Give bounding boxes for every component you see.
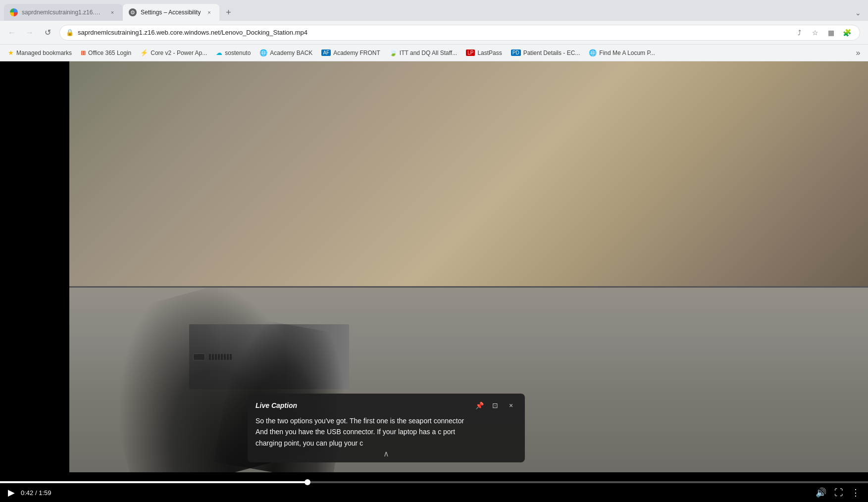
tab-bar-right: ⌄: [852, 7, 864, 21]
bookmark-academy-front-label: Academy FRONT: [333, 50, 380, 56]
live-caption-box: Live Caption 📌 ⊡ × So the two options yo…: [248, 394, 525, 462]
video-progress-bar[interactable]: [0, 481, 868, 483]
bookmark-academy-front-icon: AF: [321, 50, 331, 56]
site-favicon: [10, 8, 18, 16]
bookmarks-bar: ★ Managed bookmarks ⊞ Office 365 Login ⚡…: [0, 45, 868, 61]
tab-settings-title: Settings – Accessibility: [141, 9, 201, 16]
lock-icon: 🔒: [66, 29, 74, 36]
reload-button[interactable]: ↺: [40, 25, 55, 41]
back-button[interactable]: ←: [4, 25, 20, 41]
bookmark-sostenuto-icon: ☁: [216, 49, 222, 56]
tab-list-button[interactable]: ⌄: [852, 7, 864, 19]
settings-favicon: ⚙: [129, 8, 137, 16]
bookmarks-more-button[interactable]: »: [852, 47, 864, 59]
live-caption-controls: 📌 ⊡ ×: [473, 400, 517, 411]
play-button[interactable]: ▶: [8, 487, 15, 498]
current-time: 0:42: [21, 489, 33, 497]
bookmark-findme[interactable]: 🌐 Find Me A Locum P...: [585, 47, 659, 59]
bookmark-sostenuto[interactable]: ☁ sostenuto: [212, 47, 255, 59]
live-caption-expand-button[interactable]: ⊡: [489, 400, 501, 411]
controls-right: 🔊 ⛶ ⋮: [816, 487, 860, 498]
bookmark-patient-icon: PD: [511, 50, 521, 56]
live-caption-title: Live Caption: [255, 402, 297, 409]
live-caption-line-2: And then you have the USB connector. If …: [255, 428, 455, 436]
video-container[interactable]: Live Caption 📌 ⊡ × So the two options yo…: [0, 61, 868, 502]
address-text: saprdnemlcsutraining1.z16.web.core.windo…: [78, 29, 788, 36]
bookmark-itt[interactable]: 🍃 ITT and DQ All Staff...: [385, 47, 461, 59]
nav-bar: ← → ↺ 🔒 saprdnemlcsutraining1.z16.web.co…: [0, 21, 868, 45]
bookmark-patient[interactable]: PD Patient Details - EC...: [507, 47, 584, 59]
tab-video-title: saprdnemlcsutraining1.z16.web...: [22, 9, 104, 16]
address-bar[interactable]: 🔒 saprdnemlcsutraining1.z16.web.core.win…: [59, 25, 860, 41]
bookmark-lastpass[interactable]: LP LastPass: [462, 47, 506, 59]
address-actions: ⤴ ☆ ▦ 🧩: [792, 26, 854, 40]
bookmark-itt-icon: 🍃: [389, 49, 397, 56]
tab-video[interactable]: saprdnemlcsutraining1.z16.web... ×: [4, 4, 123, 21]
qr-button[interactable]: ▦: [824, 26, 838, 40]
bookmark-itt-label: ITT and DQ All Staff...: [400, 50, 457, 56]
bookmark-academy-back-label: Academy BACK: [270, 50, 312, 56]
tab-settings-close[interactable]: ×: [204, 8, 213, 17]
extension-button[interactable]: 🧩: [840, 26, 854, 40]
bookmark-academy-back-icon: 🌐: [259, 49, 267, 56]
bookmark-findme-icon: 🌐: [589, 49, 597, 56]
bookmark-button[interactable]: ☆: [808, 26, 822, 40]
browser-frame: saprdnemlcsutraining1.z16.web... × ⚙ Set…: [0, 0, 868, 502]
bookmark-findme-label: Find Me A Locum P...: [599, 50, 655, 56]
bookmark-lastpass-label: LastPass: [477, 50, 502, 56]
fullscreen-button[interactable]: ⛶: [834, 487, 843, 498]
duration: 1:59: [39, 489, 51, 497]
bookmark-sostenuto-label: sostenuto: [225, 50, 251, 56]
live-caption-scroll-up[interactable]: ∧: [383, 449, 389, 458]
bookmark-core[interactable]: ⚡ Core v2 - Power Ap...: [136, 47, 211, 59]
bookmark-core-label: Core v2 - Power Ap...: [151, 50, 207, 56]
share-button[interactable]: ⤴: [792, 26, 806, 40]
live-caption-line-3: charging point, you can plug your c: [255, 439, 363, 447]
live-caption-close-button[interactable]: ×: [505, 400, 517, 411]
bookmark-managed-icon: ★: [8, 49, 14, 56]
new-tab-button[interactable]: +: [221, 5, 235, 19]
tab-bar: saprdnemlcsutraining1.z16.web... × ⚙ Set…: [0, 0, 868, 21]
live-caption-text: So the two options you've got. The first…: [255, 415, 517, 449]
more-button[interactable]: ⋮: [851, 487, 860, 498]
bookmark-academy-front[interactable]: AF Academy FRONT: [317, 47, 384, 59]
live-caption-pin-button[interactable]: 📌: [473, 400, 485, 411]
bookmark-office365-label: Office 365 Login: [88, 50, 131, 56]
bookmark-patient-label: Patient Details - EC...: [523, 50, 580, 56]
live-caption-header: Live Caption 📌 ⊡ ×: [255, 400, 517, 411]
laptop-lid: [69, 61, 868, 288]
video-black-left: [0, 61, 69, 502]
bookmark-office365[interactable]: ⊞ Office 365 Login: [77, 47, 135, 59]
tab-video-close[interactable]: ×: [108, 8, 117, 17]
tab-settings[interactable]: ⚙ Settings – Accessibility ×: [123, 4, 219, 21]
bookmark-lastpass-icon: LP: [466, 50, 475, 56]
bookmark-managed-label: Managed bookmarks: [16, 50, 72, 56]
video-progress-fill: [0, 481, 308, 483]
forward-button[interactable]: →: [22, 25, 38, 41]
bookmark-core-icon: ⚡: [140, 49, 148, 56]
live-caption-line-1: So the two options you've got. The first…: [255, 417, 464, 425]
video-controls: ▶ 0:42 / 1:59 🔊 ⛶ ⋮: [0, 472, 868, 502]
time-sep: /: [33, 489, 39, 497]
bookmark-academy-back[interactable]: 🌐 Academy BACK: [255, 47, 316, 59]
controls-row: ▶ 0:42 / 1:59 🔊 ⛶ ⋮: [0, 487, 868, 498]
volume-button[interactable]: 🔊: [816, 487, 826, 498]
bookmark-managed[interactable]: ★ Managed bookmarks: [4, 47, 76, 59]
video-time: 0:42 / 1:59: [21, 489, 51, 497]
bookmark-office365-icon: ⊞: [81, 50, 86, 56]
